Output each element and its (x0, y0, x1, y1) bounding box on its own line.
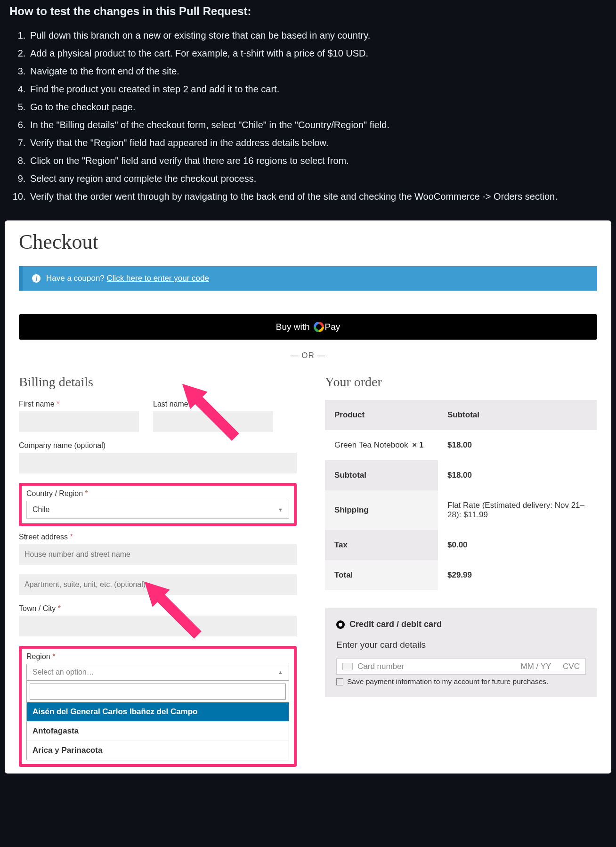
last-name-label: Last name * (153, 400, 273, 408)
street1-field[interactable] (19, 544, 297, 565)
total-label: Total (325, 560, 438, 590)
tax-label: Tax (325, 530, 438, 560)
list-item: Add a physical product to the cart. For … (28, 44, 607, 62)
card-exp-placeholder: MM / YY (520, 662, 551, 671)
payment-method-radio[interactable]: Credit card / debit card (336, 619, 586, 629)
country-highlight: Country / Region * Chile ▼ (19, 483, 297, 526)
first-name-label: First name * (19, 400, 139, 408)
town-label: Town / City * (19, 604, 297, 613)
save-card-label: Save payment information to my account f… (347, 677, 548, 686)
page-title: Checkout (19, 230, 597, 254)
card-subheading: Enter your card details (336, 640, 586, 650)
town-field[interactable] (19, 616, 297, 636)
list-item: Verify that the order went through by na… (28, 187, 607, 205)
billing-heading: Billing details (19, 375, 297, 390)
instructions-heading: How to test the changes in this Pull Req… (9, 5, 607, 18)
payment-section: Credit card / debit card Enter your card… (325, 608, 597, 697)
order-heading: Your order (325, 375, 597, 390)
list-item: Click on the "Region" field and verify t… (28, 152, 607, 170)
shipping-label: Shipping (325, 490, 438, 530)
list-item: Go to the checkout page. (28, 98, 607, 116)
list-item: Verify that the "Region" field had appea… (28, 134, 607, 152)
instructions-section: How to test the changes in this Pull Req… (5, 5, 611, 215)
or-separator: — OR — (19, 351, 597, 360)
company-label: Company name (optional) (19, 441, 297, 450)
line-item-name: Green Tea Notebook × 1 (325, 430, 438, 460)
chevron-up-icon: ▲ (278, 669, 283, 675)
col-subtotal: Subtotal (438, 400, 597, 430)
street-label: Street address * (19, 533, 297, 541)
gpay-prefix: Buy with (276, 322, 310, 332)
list-item: Navigate to the front end of the site. (28, 62, 607, 80)
country-selected-value: Chile (32, 505, 49, 514)
list-item: Pull down this branch on a new or existi… (28, 26, 607, 44)
country-label: Country / Region * (26, 489, 289, 498)
region-option[interactable]: Aisén del General Carlos Ibañez del Camp… (27, 702, 289, 721)
payment-method-label: Credit card / debit card (349, 619, 442, 629)
order-column: Your order Product Subtotal Green Tea No… (325, 375, 597, 774)
shipping-value: Flat Rate (Estimated delivery: Nov 21–28… (438, 490, 597, 530)
line-item-price: $18.00 (438, 430, 597, 460)
gpay-button[interactable]: Buy with Pay (19, 314, 597, 340)
card-input[interactable]: Card number MM / YY CVC (336, 659, 586, 675)
chevron-down-icon: ▼ (278, 507, 283, 513)
subtotal-label: Subtotal (325, 460, 438, 490)
checkout-screenshot: Checkout i Have a coupon? Click here to … (5, 220, 611, 774)
order-summary-table: Product Subtotal Green Tea Notebook × 1 … (325, 400, 597, 590)
card-icon (342, 663, 353, 670)
region-search-input[interactable] (30, 684, 286, 700)
region-label: Region * (26, 652, 289, 661)
region-options-list: Aisén del General Carlos Ibañez del Camp… (27, 702, 289, 760)
region-option[interactable]: Antofagasta (27, 721, 289, 741)
company-field[interactable] (19, 453, 297, 473)
first-name-field[interactable] (19, 411, 139, 432)
list-item: Select any region and complete the check… (28, 170, 607, 187)
coupon-text: Have a coupon? (46, 274, 105, 283)
region-option[interactable]: Arica y Parinacota (27, 741, 289, 760)
list-item: Find the product you created in step 2 a… (28, 80, 607, 98)
region-highlight: Region * Select an option… ▲ Aisén del G… (19, 646, 297, 767)
checkbox-icon (336, 678, 343, 685)
total-value: $29.99 (438, 560, 597, 590)
save-card-checkbox[interactable]: Save payment information to my account f… (336, 677, 586, 686)
list-item: In the "Billing details" of the checkout… (28, 116, 607, 134)
coupon-notice[interactable]: i Have a coupon? Click here to enter you… (19, 266, 597, 291)
subtotal-value: $18.00 (438, 460, 597, 490)
coupon-link[interactable]: Click here to enter your code (107, 274, 209, 283)
col-product: Product (325, 400, 438, 430)
radio-selected-icon (336, 620, 345, 629)
gpay-logo-icon: Pay (314, 322, 340, 332)
card-number-placeholder: Card number (357, 662, 404, 671)
card-cvc-placeholder: CVC (563, 662, 580, 671)
tax-value: $0.00 (438, 530, 597, 560)
region-placeholder: Select an option… (32, 668, 94, 676)
info-icon: i (32, 274, 41, 283)
billing-column: Billing details First name * Last name *… (19, 375, 297, 774)
instructions-list: Pull down this branch on a new or existi… (9, 26, 607, 205)
country-select[interactable]: Chile ▼ (26, 501, 289, 519)
region-select[interactable]: Select an option… ▲ Aisén del General Ca… (26, 664, 289, 760)
